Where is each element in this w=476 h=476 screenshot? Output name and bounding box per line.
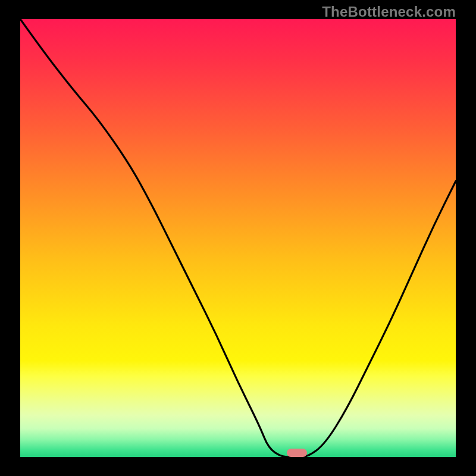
- plot-area: [20, 19, 456, 457]
- watermark-text: TheBottleneck.com: [322, 4, 456, 20]
- optimum-marker: [287, 449, 307, 457]
- chart-frame: TheBottleneck.com: [0, 0, 476, 476]
- bottleneck-curve: [20, 19, 456, 457]
